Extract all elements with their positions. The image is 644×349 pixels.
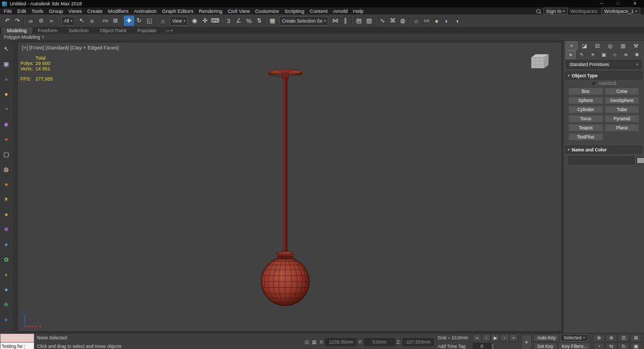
select-by-name-icon[interactable]: ≡	[87, 16, 97, 26]
display-tab-icon[interactable]: ▥	[617, 41, 629, 50]
percent-snap-icon[interactable]: %	[244, 16, 254, 26]
menu-item[interactable]: Create	[84, 8, 105, 14]
angle-snap-icon[interactable]: ∠	[233, 16, 244, 26]
modify-tab-icon[interactable]: ◪	[579, 41, 590, 50]
object-type-button[interactable]: Cone	[605, 88, 640, 95]
current-frame-field[interactable]: 0	[473, 343, 491, 349]
sign-in-dropdown[interactable]: Sign In ▾	[543, 8, 568, 14]
utilities-tab-icon[interactable]: ⚒	[630, 41, 642, 50]
left-toolbar-icon[interactable]: ●	[0, 207, 12, 222]
polygon-modeling-panel[interactable]: Polygon Modeling	[4, 34, 40, 40]
unlink-selection-icon[interactable]: ⊘	[36, 16, 46, 26]
left-toolbar-icon[interactable]: ●	[0, 312, 12, 327]
object-type-button[interactable]: Sphere	[568, 97, 603, 104]
hierarchy-tab-icon[interactable]: ⊟	[591, 41, 603, 50]
object-type-rollout-header[interactable]: ▾ Object Type	[565, 71, 642, 79]
zoom-all-icon[interactable]: ⊛	[605, 334, 617, 342]
maximize-viewport-icon[interactable]: ▣	[630, 343, 642, 349]
window-crossing-icon[interactable]: ⊞	[111, 16, 121, 26]
primitives-dropdown[interactable]: Standard Primitives ▾	[566, 60, 641, 69]
key-mode-dropdown[interactable]: Selected ▾	[560, 334, 588, 341]
viewcube[interactable]	[527, 52, 551, 74]
play-icon[interactable]: ▶	[491, 334, 500, 341]
named-selection-sets-dropdown[interactable]: Create Selection Se ▾	[279, 16, 328, 26]
left-toolbar-icon[interactable]: ●	[0, 132, 12, 147]
go-to-end-icon[interactable]: »	[509, 334, 518, 341]
set-key-button[interactable]: Set Key	[533, 343, 557, 349]
left-toolbar-icon[interactable]: ●	[0, 237, 12, 252]
lights-category-icon[interactable]: ☀	[588, 50, 598, 59]
search-icon[interactable]	[536, 9, 540, 13]
key-filters-button[interactable]: Key Filters...	[558, 343, 591, 349]
systems-category-icon[interactable]: ✱	[632, 50, 642, 59]
left-toolbar-icon[interactable]: ●	[0, 177, 12, 192]
ribbon-tab[interactable]: Freeform	[33, 27, 63, 34]
keyboard-override-icon[interactable]: ⌨	[210, 16, 220, 26]
helpers-category-icon[interactable]: ⊹	[610, 50, 620, 59]
bind-to-space-warp-icon[interactable]: ≈	[46, 16, 56, 26]
auto-key-button[interactable]: Auto Key	[533, 334, 560, 341]
activeshade-icon[interactable]: ◑	[452, 16, 462, 26]
close-button[interactable]: ✕	[628, 0, 642, 8]
set-keys-button[interactable]: +	[521, 335, 532, 349]
object-name-field[interactable]	[568, 156, 634, 164]
motion-tab-icon[interactable]: ◎	[604, 41, 616, 50]
menu-item[interactable]: Group	[46, 8, 65, 14]
fov-icon[interactable]: ◔	[593, 343, 605, 349]
render-production-icon[interactable]: ●	[431, 16, 442, 26]
selection-lock-icon[interactable]: ⊠	[312, 339, 316, 345]
viewport-front[interactable]: [+] [Front] [Standard] [Clay + Edged Fac…	[17, 42, 562, 332]
select-and-rotate-icon[interactable]: ↻	[134, 16, 144, 26]
rectangular-selection-region-icon[interactable]: ▭	[100, 16, 111, 26]
maximize-button[interactable]: □	[611, 0, 625, 8]
name-color-rollout-header[interactable]: ▾ Name and Color	[565, 146, 642, 154]
object-type-button[interactable]: Plane	[605, 124, 640, 132]
spinner-down-icon[interactable]: ▾	[492, 346, 494, 349]
cameras-category-icon[interactable]: ▣	[599, 50, 609, 59]
material-editor-icon[interactable]: ◍	[398, 16, 408, 26]
object-type-button[interactable]: Teapot	[568, 124, 603, 132]
menu-item[interactable]: Edit	[14, 8, 28, 14]
zoom-icon[interactable]: ⊕	[593, 334, 605, 342]
menu-item[interactable]: Civil View	[225, 8, 252, 14]
object-type-button[interactable]: Cylinder	[568, 106, 603, 113]
isolate-selection-icon[interactable]: ⊙	[305, 339, 309, 345]
menu-item[interactable]: Content	[307, 8, 330, 14]
object-type-button[interactable]: Pyramid	[605, 115, 640, 122]
create-tab-icon[interactable]: +	[566, 41, 577, 50]
left-toolbar-icon[interactable]: ◕	[0, 71, 12, 86]
menu-item[interactable]: Scripting	[282, 8, 307, 14]
left-toolbar-icon[interactable]: ◍	[0, 162, 12, 177]
maxscript-listener-pane[interactable]: Testing for ;	[0, 343, 34, 349]
schematic-view-icon[interactable]: ⌘	[387, 16, 398, 26]
zoom-extents-all-icon[interactable]: ⊞	[630, 334, 642, 342]
align-icon[interactable]: ∥	[340, 16, 350, 26]
mirror-icon[interactable]: ⋈	[330, 16, 340, 26]
viewport-label[interactable]: [+] [Front] [Standard] [Clay + Edged Fac…	[22, 45, 119, 50]
next-frame-icon[interactable]: ›	[500, 334, 509, 341]
reference-coordinate-dropdown[interactable]: View ▾	[170, 16, 188, 26]
use-pivot-point-icon[interactable]: ◉	[189, 16, 200, 26]
left-toolbar-icon[interactable]: ◔	[0, 101, 12, 117]
ribbon-tab[interactable]: Selection	[63, 27, 94, 34]
orbit-icon[interactable]: ↻	[618, 343, 630, 349]
left-toolbar-icon[interactable]: ●	[0, 282, 12, 297]
menu-item[interactable]: Customize	[252, 8, 282, 14]
menu-item[interactable]: Animation	[131, 8, 159, 14]
select-object-icon[interactable]: ↖	[77, 16, 87, 26]
x-coordinate-field[interactable]: 1239,35mm	[325, 338, 356, 346]
left-toolbar-icon[interactable]: ✿	[0, 252, 12, 267]
rendered-frame-icon[interactable]: ▭	[421, 16, 431, 26]
ribbon-tab[interactable]: Object Paint	[94, 27, 131, 34]
minimize-button[interactable]: ─	[595, 0, 609, 8]
redo-icon[interactable]: ↷	[12, 16, 23, 26]
edit-named-selection-sets-icon[interactable]: ▦	[267, 16, 277, 26]
object-type-button[interactable]: TextPlus	[568, 133, 603, 141]
left-toolbar-icon[interactable]: ❖	[0, 297, 12, 312]
render-setup-icon[interactable]: ☼	[411, 16, 421, 26]
left-toolbar-icon[interactable]: ☀	[0, 192, 12, 207]
select-and-link-icon[interactable]: ∞	[26, 16, 36, 26]
shapes-category-icon[interactable]: ✎	[577, 50, 587, 59]
curve-editor-icon[interactable]: ∿	[377, 16, 387, 26]
select-and-scale-icon[interactable]: ◱	[144, 16, 155, 26]
